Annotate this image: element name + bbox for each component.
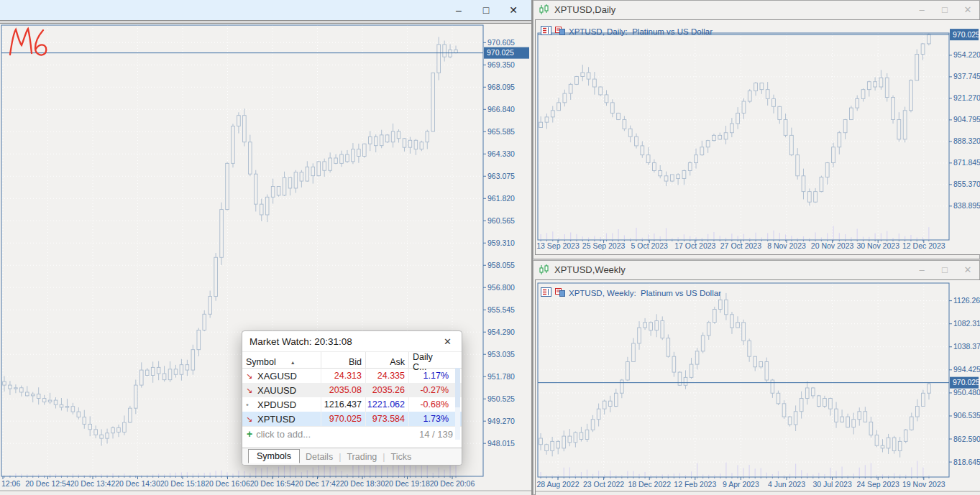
market-watch-row-xagusd[interactable]: ↘XAGUSD24.31324.3351.17% [242, 369, 462, 383]
time-axis-label: 25 Sep 2023 [582, 241, 626, 250]
market-watch-title: Market Watch: 20:31:08 [249, 336, 441, 347]
price-axis-label: 965.585 [487, 127, 515, 136]
symbol-name: XAUUSD [257, 385, 296, 396]
no-change-icon: • [246, 400, 255, 409]
chart-window-weekly: XPTUSD,Weekly – □ ✕ XPTUSD, Weekly: Plat… [533, 260, 980, 495]
time-axis-label: 28 Aug 2022 [537, 480, 580, 489]
time-axis-label: 19 Nov 2023 [902, 480, 945, 489]
price-axis: 970.605969.350968.095966.840965.585964.3… [483, 38, 515, 448]
maximize-icon[interactable]: □ [933, 1, 956, 19]
market-watch-row-xptusd[interactable]: ↘XPTUSD970.025973.5841.73% [242, 412, 462, 426]
time-axis-label: 20 Nov 2023 [811, 241, 854, 250]
close-icon[interactable]: ✕ [441, 336, 454, 347]
time-axis-label: 30 Jul 2023 [812, 480, 851, 489]
time-axis-label: 20 Dec 19:18 [385, 479, 430, 488]
ask-value: 24.335 [366, 369, 409, 383]
add-symbol-button[interactable]: +click to add... [242, 428, 411, 440]
change-value: 1.17% [409, 369, 452, 383]
market-watch-row-xpdusd[interactable]: •XPDUSD1216.4371221.062-0.68% [242, 397, 462, 412]
tab-symbols[interactable]: Symbols [248, 449, 300, 463]
minimize-icon[interactable]: – [445, 0, 472, 20]
symbol-name: XPTUSD [257, 414, 296, 425]
daily-window-title: XPTUSD,Daily [554, 4, 615, 15]
weekly-window-titlebar[interactable]: XPTUSD,Weekly – □ ✕ [533, 261, 979, 279]
weekly-chart-box: XPTUSD, Weekly: Platinum vs US Dollar 11… [535, 279, 980, 495]
bid-value: 1216.437 [321, 397, 366, 412]
current-price-value: 970.025 [953, 378, 980, 387]
price-axis: 954.220937.745921.270904.795888.320871.8… [949, 50, 980, 210]
price-axis-label: 951.780 [487, 372, 515, 381]
symbol-name: XPDUSD [257, 399, 296, 410]
time-axis-label: 13 Sep 2023 [536, 241, 580, 250]
tab-ticks[interactable]: Ticks [385, 450, 418, 463]
grid [538, 33, 949, 240]
price-axis-label: 958.055 [487, 261, 515, 269]
price-axis-label: 838.895 [953, 201, 980, 210]
time-axis-label: 18 Dec 2022 [628, 480, 671, 489]
change-value: -0.27% [409, 383, 452, 397]
bid-value: 2035.08 [321, 383, 366, 397]
price-axis-label: 964.330 [487, 149, 515, 158]
trend-down-icon: ↘ [246, 415, 255, 424]
trend-down-icon: ↘ [246, 371, 255, 381]
time-axis-label: 27 Oct 2023 [720, 241, 761, 250]
price-axis-label: 855.370 [953, 180, 980, 188]
annotation-letter-m [10, 29, 32, 55]
price-axis-label: 1038.370 [953, 342, 980, 351]
time-axis: 12:0620 Dec 12:5420 Dec 13:4220 Dec 14:3… [1, 476, 475, 488]
daily-window-titlebar[interactable]: XPTUSD,Daily – □ ✕ [533, 1, 979, 19]
symbol-counter: 14 / 139 [411, 429, 462, 440]
daily-chart-box: XPTUSD, Daily: Platinum vs US Dollar 954… [535, 19, 980, 255]
price-axis-label: 904.795 [953, 115, 980, 124]
daily-chart-canvas[interactable]: 954.220937.745921.270904.795888.320871.8… [536, 20, 980, 254]
price-axis-label: 871.845 [953, 158, 980, 167]
time-axis-label: 12 Feb 2023 [674, 480, 716, 489]
close-icon[interactable]: ✕ [500, 0, 527, 20]
market-watch-row-xauusd[interactable]: ↘XAUUSD2035.082035.26-0.27% [242, 383, 462, 397]
weekly-chart-canvas[interactable]: 1126.2601082.3151038.370994.425950.48090… [536, 280, 980, 495]
m6-annotation-drawing [7, 26, 53, 60]
minimize-icon[interactable]: – [910, 261, 933, 279]
chart-frame [538, 33, 949, 240]
time-axis-label: 8 Nov 2023 [767, 241, 806, 250]
m6-window-titlebar[interactable]: – □ ✕ [0, 0, 531, 20]
time-axis-label: 20 Dec 14:30 [115, 479, 160, 488]
ask-value: 1221.062 [366, 397, 409, 412]
tab-details[interactable]: Details [300, 450, 339, 463]
scrollbar-thumb[interactable] [455, 368, 460, 407]
price-axis-label: 994.425 [953, 365, 980, 374]
time-axis-label: 12:06 [1, 479, 20, 488]
weekly-window-title: XPTUSD,Weekly [554, 264, 626, 275]
time-axis: 13 Sep 202325 Sep 20235 Oct 202317 Oct 2… [536, 240, 945, 250]
close-icon[interactable]: ✕ [956, 261, 979, 279]
price-axis-label: 948.015 [487, 439, 515, 448]
maximize-icon[interactable]: □ [472, 0, 500, 20]
time-axis-label: 20 Dec 20:06 [430, 479, 475, 488]
price-axis-label: 961.820 [487, 194, 515, 203]
time-axis-label: 23 Oct 2022 [583, 480, 624, 489]
minimize-icon[interactable]: – [910, 1, 933, 19]
maximize-icon[interactable]: □ [933, 261, 956, 279]
time-axis-label: 9 Apr 2023 [723, 480, 759, 489]
market-watch-footer: +click to add... 14 / 139 [242, 426, 462, 441]
price-axis-label: 970.605 [487, 38, 515, 47]
market-watch-scrollbar[interactable] [455, 368, 460, 440]
market-watch-titlebar[interactable]: Market Watch: 20:31:08 ✕ [242, 331, 462, 351]
price-axis-label: 888.320 [953, 137, 980, 145]
bid-value: 24.313 [321, 369, 366, 383]
time-axis-label: 30 Nov 2023 [856, 241, 899, 250]
current-price-value: 970.025 [953, 30, 980, 39]
price-axis-label: 862.590 [953, 435, 980, 443]
candlestick-chart-icon [539, 264, 550, 275]
time-axis-label: 12 Dec 2023 [902, 241, 945, 250]
volume-bars [541, 226, 929, 239]
time-axis-label: 4 Jun 2023 [768, 480, 805, 489]
candlestick-chart-icon [539, 4, 550, 15]
change-value: -0.68% [409, 397, 452, 412]
close-icon[interactable]: ✕ [956, 1, 979, 19]
change-value: 1.73% [409, 412, 452, 426]
sort-asc-icon: ▲ [290, 360, 296, 365]
tab-trading[interactable]: Trading [341, 450, 383, 463]
time-axis-label: 20 Dec 18:30 [340, 479, 385, 488]
price-axis-label: 966.840 [487, 105, 515, 114]
